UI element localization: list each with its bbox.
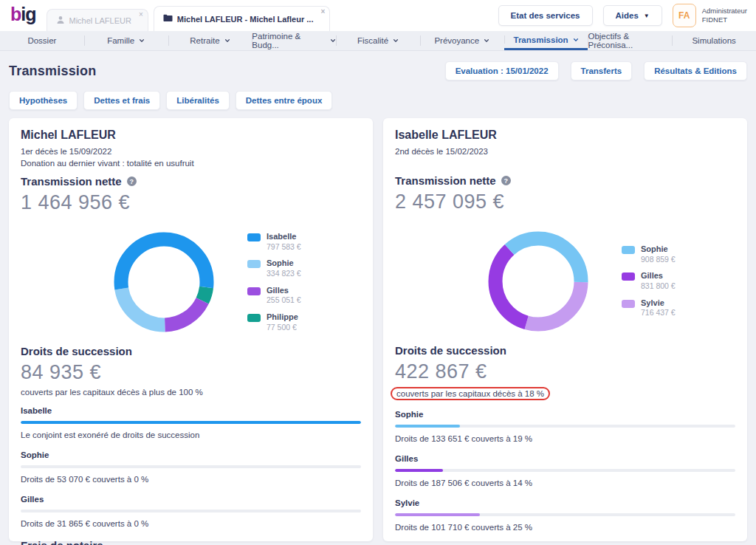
card-subtitle: 1er décès le 15/09/2022 [21,145,361,157]
droits-succession-value: 84 935 € [21,361,361,384]
legend-item-sophie[interactable]: Sophie334 823 € [247,258,301,278]
card-subtitles: 1er décès le 15/09/2022Donation au derni… [21,145,361,169]
legend-item-gilles[interactable]: Gilles255 051 € [247,286,301,306]
chevron-down-icon [224,36,230,45]
page-title: Transmission [9,64,96,79]
heir-note: Droits de 31 865 € couverts à 0 % [21,519,361,528]
chevron-down-icon [484,36,489,45]
aides-button[interactable]: Aides ▼ [603,5,662,26]
legend-text: Sophie334 823 € [267,258,301,278]
nav-item-objectifs-pr-conisa[interactable]: Objectifs & Préconisa... [588,31,672,50]
toolbar-button-transferts[interactable]: Transferts [571,61,633,80]
heir-row-sylvie: SylvieDroits de 101 710 € couverts à 25 … [395,498,735,532]
legend-label: Isabelle [267,232,301,242]
droits-coverage-note-highlighted: couverts par les capitaux décès à 18 % [391,387,550,400]
heir-name: Sophie [21,450,361,459]
heir-note: Droits de 133 651 € couverts à 19 % [395,434,735,443]
heir-row-gilles: GillesDroits de 187 506 € couverts à 14 … [395,454,735,487]
heir-coverage-fill [395,425,460,428]
nav-item-label: Prévoyance [434,36,479,45]
legend-item-philippe[interactable]: Philippe77 500 € [247,312,301,332]
legend-item-isabelle[interactable]: Isabelle797 583 € [247,232,301,252]
heir-coverage-fill [21,421,361,424]
toolbar-button-r-sultats-editions[interactable]: Résultats & Editions [644,61,747,80]
droits-succession-value: 422 867 € [395,360,735,383]
card-title: Isabelle LAFLEUR [395,128,735,142]
legend-label: Gilles [641,271,676,281]
legend-item-sophie[interactable]: Sophie908 859 € [622,244,676,264]
main-nav: DossierFamilleRetraitePatrimoine & Budg.… [0,31,756,51]
legend-item-gilles[interactable]: Gilles831 800 € [622,271,676,291]
legend-value: 77 500 € [267,323,298,333]
heir-coverage-bar [395,513,735,516]
user-box: FA Administrateur FIDNET [673,4,747,27]
legend-text: Isabelle797 583 € [267,232,301,252]
droits-succession-label: Droits de succession [395,344,735,357]
legend-swatch [622,300,635,308]
card-subtitle: Donation au dernier vivant : totalité en… [21,157,361,169]
etat-des-services-button[interactable]: Etat des services [498,5,593,26]
heir-coverage-bar [395,469,735,472]
subtab-dettes-entre-poux[interactable]: Dettes entre époux [236,91,333,110]
legend-value: 716 437 € [641,308,676,318]
help-icon[interactable]: ? [501,176,511,185]
nav-item-dossier[interactable]: Dossier [0,31,84,50]
chart-row: Isabelle797 583 €Sophie334 823 €Gilles25… [21,227,361,337]
legend-text: Philippe77 500 € [267,312,298,332]
toolbar-button-evaluation-15-01-2022[interactable]: Evaluation : 15/01/2022 [445,61,559,80]
nav-item-label: Transmission [514,35,568,44]
heir-coverage-fill [395,513,480,516]
chart-legend: Isabelle797 583 €Sophie334 823 €Gilles25… [247,232,301,333]
subtab-lib-ralit-s[interactable]: Libéralités [166,91,230,110]
heir-name: Gilles [395,454,735,463]
heir-coverage-bar [21,510,361,513]
legend-label: Gilles [267,286,301,296]
legend-text: Gilles255 051 € [267,286,301,306]
nav-item-patrimoine-budg[interactable]: Patrimoine & Budg... [252,31,336,50]
chart-legend: Sophie908 859 €Gilles831 800 €Sylvie716 … [622,244,676,318]
card-isabelle: Isabelle LAFLEUR 2nd décès le 15/02/2023… [383,118,747,541]
heir-row-gilles: GillesDroits de 31 865 € couverts à 0 % [21,495,361,528]
legend-label: Philippe [267,312,298,323]
logo-b: b [10,4,21,24]
dossier-tab-active[interactable]: Michel LAFLEUR - Michel Lafleur ...× [154,6,331,31]
heir-name: Sophie [395,410,735,419]
nav-item-retraite[interactable]: Retraite [168,31,252,50]
legend-label: Sophie [267,258,301,269]
open-tabs: Michel LAFLEUR×Michel LAFLEUR - Michel L… [47,6,331,31]
top-bar: big Michel LAFLEUR×Michel LAFLEUR - Mich… [0,0,756,31]
nav-item-transmission[interactable]: Transmission [504,31,588,50]
toolbar-buttons: Evaluation : 15/01/2022TransfertsRésulta… [445,61,747,80]
subtab-dettes-et-frais[interactable]: Dettes et frais [83,91,160,110]
close-icon[interactable]: × [139,11,143,18]
nav-item-famille[interactable]: Famille [84,31,168,50]
frais-notaire-label: Frais de notaire [21,539,361,545]
help-icon[interactable]: ? [127,176,137,186]
heir-coverage-bar [395,425,735,428]
tab-label: Michel LAFLEUR [69,16,131,25]
heir-coverage-bar [21,421,361,424]
big-logo[interactable]: big [10,4,36,25]
card-michel: Michel LAFLEUR 1er décès le 15/09/2022Do… [9,118,373,541]
legend-label: Sophie [641,244,676,255]
chart-row: Sophie908 859 €Gilles831 800 €Sylvie716 … [395,226,735,337]
legend-label: Sylvie [641,298,676,309]
chevron-down-icon [330,36,336,45]
nav-item-label: Patrimoine & Budg... [252,32,326,49]
transmission-nette-value: 1 464 956 € [21,191,361,214]
caret-down-icon: ▼ [644,13,650,19]
legend-item-sylvie[interactable]: Sylvie716 437 € [622,298,676,318]
nav-item-simulations[interactable]: Simulations [672,31,756,50]
heir-row-sophie: SophieDroits de 133 651 € couverts à 19 … [395,410,735,443]
card-title: Michel LAFLEUR [21,128,361,142]
client-tab[interactable]: Michel LAFLEUR× [47,9,148,31]
nav-item-fiscalit[interactable]: Fiscalité [336,31,420,50]
chevron-down-icon [393,36,399,45]
close-icon[interactable]: × [321,8,326,16]
chevron-down-icon [573,35,579,44]
tab-label: Michel LAFLEUR - Michel Lafleur ... [177,15,314,24]
subtab-hypoth-ses[interactable]: Hypothèses [9,91,78,110]
nav-item-pr-voyance[interactable]: Prévoyance [420,31,504,50]
donut-chart [114,232,214,332]
avatar[interactable]: FA [673,4,696,27]
